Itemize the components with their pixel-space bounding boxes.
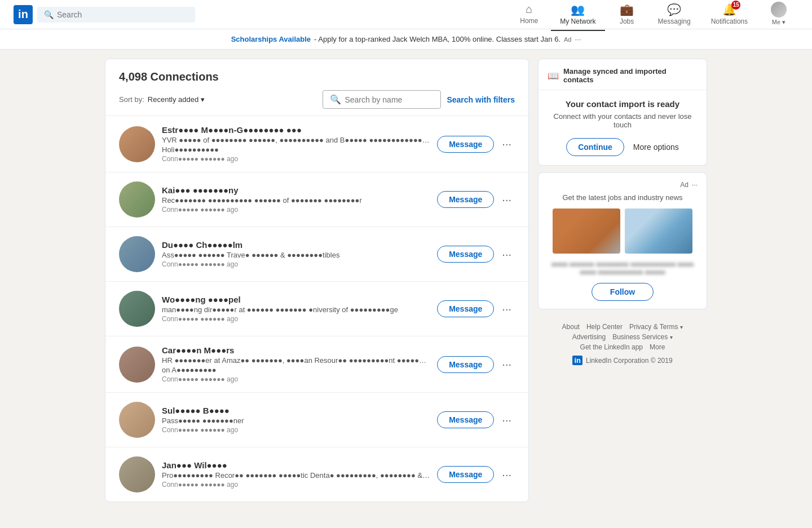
conn-avatar[interactable]: [119, 456, 155, 492]
sort-label: Sort by:: [119, 95, 144, 104]
footer-link-more[interactable]: More: [650, 343, 665, 351]
message-button[interactable]: Message: [437, 300, 494, 317]
footer-copyright: LinkedIn Corporation © 2019: [586, 357, 673, 365]
conn-title: man●●●●ng dir●●●●●r at ●●●●●● ●●●●●●● ●n…: [162, 305, 430, 314]
ad-image-left: [553, 208, 620, 254]
conn-avatar[interactable]: [119, 291, 155, 327]
nav-item-messaging-label: Messaging: [658, 17, 691, 25]
search-with-filters-button[interactable]: Search with filters: [447, 95, 515, 104]
conn-avatar[interactable]: [119, 347, 155, 383]
more-options-link[interactable]: More options: [633, 143, 679, 152]
nav-item-jobs[interactable]: 💼 Jobs: [607, 0, 647, 31]
ad-images: [548, 208, 698, 254]
import-card-title: Your contact import is ready: [548, 99, 698, 109]
footer-row-3: Get the LinkedIn app More: [540, 343, 705, 351]
footer-logo: in LinkedIn Corporation © 2019: [540, 356, 705, 365]
conn-name: Du●●●● Ch●●●●●lm: [162, 240, 430, 250]
more-options-button[interactable]: ···: [498, 191, 515, 208]
sort-by: Sort by: Recently added ▾: [119, 95, 205, 104]
nav-item-profile[interactable]: Me ▾: [759, 0, 798, 32]
home-icon: ⌂: [526, 3, 532, 16]
message-button[interactable]: Message: [437, 466, 494, 483]
conn-info: Kai●●● ●●●●●●●ny Rec●●●●●●● ●●●●●●●●●● ●…: [162, 185, 430, 214]
contacts-icon: 📖: [548, 70, 559, 81]
connections-title: 4,098 Connections: [119, 70, 515, 83]
footer-link-about[interactable]: About: [562, 323, 580, 331]
conn-meta: Conn●●●●● ●●●●●● ago: [162, 375, 430, 383]
nav-item-messaging[interactable]: 💬 Messaging: [649, 0, 700, 31]
conn-title: Pro●●●●●●●●● Recor●● ●●●●●●● ●●●●●tic De…: [162, 471, 430, 480]
conn-meta: Conn●●●●● ●●●●●● ago: [162, 481, 430, 489]
conn-avatar[interactable]: [119, 236, 155, 272]
conn-meta: Conn●●●●● ●●●●●● ago: [162, 315, 430, 323]
import-card-header: 📖 Manage synced and imported contacts: [539, 59, 707, 90]
conn-actions: Message ···: [437, 135, 515, 153]
search-by-name-input[interactable]: [345, 95, 434, 104]
footer-links: About Help Center Privacy & Terms ▾ Adve…: [538, 316, 707, 372]
ad-banner: Scholarships Available - Apply for a top…: [0, 29, 812, 50]
conn-info: Jan●●● Wil●●●● Pro●●●●●●●●● Recor●● ●●●●…: [162, 460, 430, 489]
footer-link-advertising[interactable]: Advertising: [572, 333, 606, 341]
nav-search-box[interactable]: 🔍: [37, 7, 195, 23]
chevron-down-icon: ▾: [670, 334, 673, 340]
conn-avatar[interactable]: [119, 126, 155, 162]
conn-meta: Conn●●●●● ●●●●●● ago: [162, 260, 430, 268]
more-options-button[interactable]: ···: [498, 135, 515, 153]
more-options-button[interactable]: ···: [498, 300, 515, 318]
search-box[interactable]: 🔍: [323, 90, 441, 109]
message-button[interactable]: Message: [437, 246, 494, 263]
connection-item: Jan●●● Wil●●●● Pro●●●●●●●●● Recor●● ●●●●…: [105, 447, 528, 502]
connections-toolbar: Sort by: Recently added ▾ 🔍 Search with …: [119, 90, 515, 109]
sort-value-dropdown[interactable]: Recently added ▾: [148, 95, 205, 104]
ad-more-button[interactable]: ···: [575, 35, 581, 43]
conn-avatar[interactable]: [119, 402, 155, 438]
nav-item-home-label: Home: [520, 17, 538, 25]
nav-item-my-network[interactable]: 👥 My Network: [551, 0, 604, 31]
ad-banner-link[interactable]: Scholarships Available: [231, 35, 311, 43]
chevron-down-icon: ▾: [201, 95, 205, 104]
conn-actions: Message ···: [437, 246, 515, 263]
nav-item-notifications[interactable]: 🔔 15 Notifications: [702, 0, 757, 31]
messaging-icon: 💬: [667, 3, 681, 16]
nav-item-profile-label: Me ▾: [772, 19, 785, 26]
more-options-button[interactable]: ···: [498, 466, 515, 483]
continue-button[interactable]: Continue: [566, 138, 624, 156]
conn-info: Du●●●● Ch●●●●●lm Ass●●●●● ●●●●●● Trave● …: [162, 240, 430, 268]
connection-item: Sul●●●●● B●●●● Pass●●●●● ●●●●●●●ner Conn…: [105, 393, 528, 447]
footer-link-help-center[interactable]: Help Center: [586, 323, 623, 331]
conn-avatar[interactable]: [119, 181, 155, 218]
footer-row-2: Advertising Business Services ▾: [540, 333, 705, 341]
more-options-button[interactable]: ···: [498, 246, 515, 263]
message-button[interactable]: Message: [437, 356, 494, 373]
connections-panel: 4,098 Connections Sort by: Recently adde…: [105, 59, 529, 502]
footer-link-privacy[interactable]: Privacy & Terms ▾: [629, 323, 683, 331]
top-nav: in 🔍 ⌂ Home 👥 My Network 💼 Jobs 💬 Messag…: [0, 0, 812, 29]
linkedin-footer-logo: in: [572, 356, 582, 365]
nav-item-home[interactable]: ⌂ Home: [509, 0, 549, 30]
conn-title: Rec●●●●●●● ●●●●●●●●●● ●●●●●● of ●●●●●●● …: [162, 196, 430, 205]
footer-link-business[interactable]: Business Services ▾: [612, 333, 673, 341]
more-options-button[interactable]: ···: [498, 356, 515, 373]
nav-items: ⌂ Home 👥 My Network 💼 Jobs 💬 Messaging 🔔…: [509, 0, 798, 32]
conn-info: Wo●●●●ng ●●●●pel man●●●●ng dir●●●●●r at …: [162, 295, 430, 323]
conn-actions: Message ···: [437, 411, 515, 429]
message-button[interactable]: Message: [437, 411, 494, 428]
search-box-icon: 🔍: [330, 94, 341, 105]
nav-item-jobs-label: Jobs: [620, 17, 634, 25]
linkedin-logo[interactable]: in: [14, 5, 33, 24]
conn-actions: Message ···: [437, 191, 515, 208]
more-options-button[interactable]: ···: [498, 411, 515, 429]
message-button[interactable]: Message: [437, 191, 494, 208]
conn-actions: Message ···: [437, 300, 515, 318]
conn-info: Car●●●●n M●●●rs HR ●●●●●●●er at Amaz●● ●…: [162, 345, 430, 383]
footer-link-app[interactable]: Get the LinkedIn app: [580, 343, 643, 351]
ad-card-title: Get the latest jobs and industry news: [548, 193, 698, 202]
conn-info: Sul●●●●● B●●●● Pass●●●●● ●●●●●●●ner Conn…: [162, 406, 430, 434]
message-button[interactable]: Message: [437, 136, 494, 153]
conn-name: Wo●●●●ng ●●●●pel: [162, 295, 430, 304]
ad-card-more-icon[interactable]: ···: [692, 181, 698, 189]
import-card-desc: Connect with your contacts and never los…: [548, 112, 698, 129]
search-input[interactable]: [57, 10, 188, 19]
my-network-icon: 👥: [571, 3, 585, 16]
follow-button[interactable]: Follow: [592, 283, 654, 301]
